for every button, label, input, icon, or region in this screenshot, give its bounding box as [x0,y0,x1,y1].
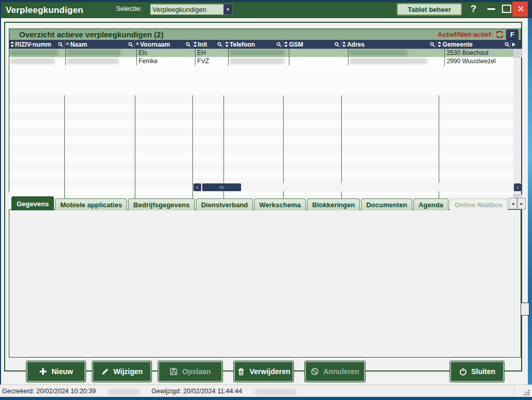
tab-blokkeringen[interactable]: Blokkeringen [307,198,360,210]
sort-ascending-icon[interactable]: ^ [66,41,69,48]
redacted-value [349,50,408,56]
verwijderen-button[interactable]: Verwijderen [234,361,293,382]
horizontal-scrollbar[interactable]: ‹ III › [193,183,522,191]
window-border-left [0,0,1,400]
cell-gemeente: 2990 Wuustwezel [446,58,496,65]
plus-icon [39,367,47,376]
tablet-beheer-button[interactable]: Tablet beheer [397,3,462,16]
refresh-active-icon[interactable] [495,30,504,39]
sort-icon[interactable] [438,41,441,47]
column-header-telefoon[interactable]: Telefoon [224,40,284,49]
filter-button[interactable]: F [506,30,519,40]
sort-icon[interactable] [10,41,14,47]
cell-voornaam: Els [138,49,147,56]
scroll-right-icon [512,42,515,47]
button-label: Annuleren [323,367,359,376]
search-icon[interactable] [217,42,222,47]
table-row[interactable]: Els EH 2530 Boechout [9,49,521,57]
sort-icon[interactable] [284,41,288,47]
tab-scroll-left-icon[interactable]: ◂ [509,198,517,209]
cancel-icon [311,367,319,376]
scroll-up-icon[interactable]: ∧ [513,49,522,58]
power-icon [459,367,467,376]
table-title-band: Overzicht actieve verpleegkundigen (2) A… [9,29,521,40]
search-icon[interactable] [58,42,63,47]
titlebar-right-border [528,2,532,18]
sluiten-button[interactable]: Sluiten [450,361,504,382]
tab-scroll-right-icon[interactable]: ▸ [517,198,526,209]
scroll-left-icon[interactable]: ‹ [193,183,201,191]
help-icon[interactable]: ? [467,3,480,15]
redacted-value [109,389,139,395]
gegevens-form-panel [9,209,521,358]
search-icon[interactable] [186,42,191,47]
desktop-background-strip [528,18,532,384]
search-icon[interactable] [128,42,133,47]
selection-dropdown-value: Verpleegkundigen [150,6,223,13]
button-label: Opslaan [182,367,211,376]
search-icon[interactable] [334,42,340,47]
wijzigen-button[interactable]: Wijzigen [92,361,151,382]
column-label: GSM [289,41,303,48]
redacted-value [67,50,121,56]
cell-voornaam: Femke [138,58,158,65]
redacted-value [10,58,55,64]
column-header-naam[interactable]: ^ Naam [65,40,135,49]
annuleren-button: Annuleren [305,361,365,382]
column-header-voornaam[interactable]: ^ Voornaam [135,40,192,49]
table-header-row: RIZIV-numm ^ Naam ^ Voornaam Init Telefo… [9,40,521,49]
window-title: Verpleegkundigen [1,5,83,16]
scroll-right-icon[interactable]: › [514,183,522,191]
tab-gegevens[interactable]: Gegevens [11,196,54,210]
column-header-riziv[interactable]: RIZIV-numm [9,40,65,49]
selection-label: Selectie: [116,5,142,12]
column-header-gemeente[interactable]: Gemeente [437,40,511,49]
table-empty-area [9,95,514,211]
tab-mobiele-applicaties[interactable]: Mobiele applicaties [55,198,127,210]
column-label: Naam [70,41,87,48]
column-header-adres[interactable]: Adres [341,40,437,49]
pencil-icon [101,367,109,376]
statusbar-divider [514,386,514,396]
table-row[interactable]: Femke FVZ 2990 Wuustwezel [9,57,521,65]
cell-gemeente: 2530 Boechout [446,49,488,56]
tab-agenda[interactable]: Agenda [413,198,449,210]
resize-grip-icon[interactable] [523,389,530,396]
maximize-button[interactable] [500,3,513,15]
minimize-button[interactable] [484,3,498,15]
column-label: RIZIV-numm [15,41,51,48]
redacted-value [230,58,285,64]
nieuw-button[interactable]: Nieuw [26,361,86,382]
tab-documenten[interactable]: Documenten [361,198,412,210]
cell-init: EH [197,49,206,56]
chevron-down-icon[interactable]: ▼ [223,4,232,15]
active-toggle-label: Actief/Niet-actief: [438,31,493,38]
tab-bedrijfsgegevens[interactable]: Bedrijfsgegevens [128,198,194,210]
redacted-value [349,58,427,64]
sort-icon[interactable] [225,41,229,47]
scrollbar-thumb[interactable]: III [202,183,241,191]
search-icon[interactable] [430,42,435,47]
column-header-init[interactable]: Init [192,40,224,49]
button-label: Verwijderen [249,367,290,376]
selection-dropdown[interactable]: Verpleegkundigen ▼ [150,4,233,15]
sort-icon[interactable] [193,41,197,47]
modified-timestamp: Gewijzigd: 20/02/2024 11:44:44 [151,388,242,395]
redacted-value [10,50,58,56]
column-header-scroll[interactable] [511,40,521,49]
table-title: Overzicht actieve verpleegkundigen (2) [9,30,163,39]
save-icon [170,367,178,376]
tab-dienstverband[interactable]: Dienstverband [196,198,253,210]
column-label: Gemeente [442,41,472,48]
column-label: Init [198,41,207,48]
redacted-value [230,50,285,56]
tab-werkschema[interactable]: Werkschema [254,198,306,210]
search-icon[interactable] [276,42,282,47]
sort-icon[interactable] [342,41,346,47]
search-icon[interactable] [505,42,510,47]
sort-ascending-icon[interactable]: ^ [136,41,139,48]
redacted-value [255,389,296,395]
tab-online-mailbox: Online Mailbox [450,198,508,210]
close-button[interactable]: ✕ [512,2,529,17]
column-header-gsm[interactable]: GSM [283,40,341,49]
